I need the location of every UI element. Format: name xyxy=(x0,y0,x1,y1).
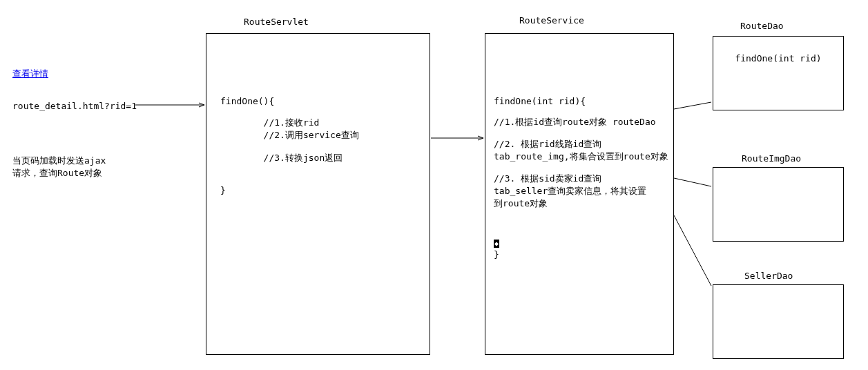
line-service-to-routedao xyxy=(674,102,711,109)
service-code-line3: //2. 根据rid线路id查询 tab_route_img,将集合设置到rou… xyxy=(494,138,665,163)
route-service-box: findOne(int rid){ //1.根据id查询route对象 rout… xyxy=(485,33,674,355)
service-code-line1: findOne(int rid){ xyxy=(494,96,665,106)
route-dao-box: findOne(int rid) xyxy=(713,36,844,110)
line-service-to-sellerdao xyxy=(674,215,711,286)
ajax-note: 当页码加载时发送ajax 请求，查询Route对象 xyxy=(12,155,106,179)
route-servlet-box: findOne(){ //1.接收rid //2.调用service查询 //3… xyxy=(206,33,430,355)
view-detail-link[interactable]: 查看详情 xyxy=(12,68,48,80)
service-code-line4: //3. 根据sid卖家id查询 tab_seller查询卖家信息，将其设置 到… xyxy=(494,173,665,210)
seller-dao-title: SellerDao xyxy=(744,271,793,281)
route-img-dao-box xyxy=(713,167,844,242)
route-servlet-code: findOne(){ //1.接收rid //2.调用service查询 //3… xyxy=(206,34,430,202)
service-code-line2: //1.根据id查询route对象 routeDao xyxy=(494,116,665,128)
route-service-title: RouteService xyxy=(519,15,584,26)
route-servlet-title: RouteServlet xyxy=(244,17,309,27)
route-dao-method: findOne(int rid) xyxy=(713,37,843,70)
line-service-to-routeimgdao xyxy=(674,178,711,186)
route-img-dao-title: RouteImgDao xyxy=(742,153,801,164)
service-code-brace: } xyxy=(494,249,665,260)
route-dao-title: RouteDao xyxy=(740,21,784,31)
seller-dao-box xyxy=(713,284,844,359)
service-caret: ◆ xyxy=(494,237,665,248)
url-text: route_detail.html?rid=1 xyxy=(12,101,137,111)
